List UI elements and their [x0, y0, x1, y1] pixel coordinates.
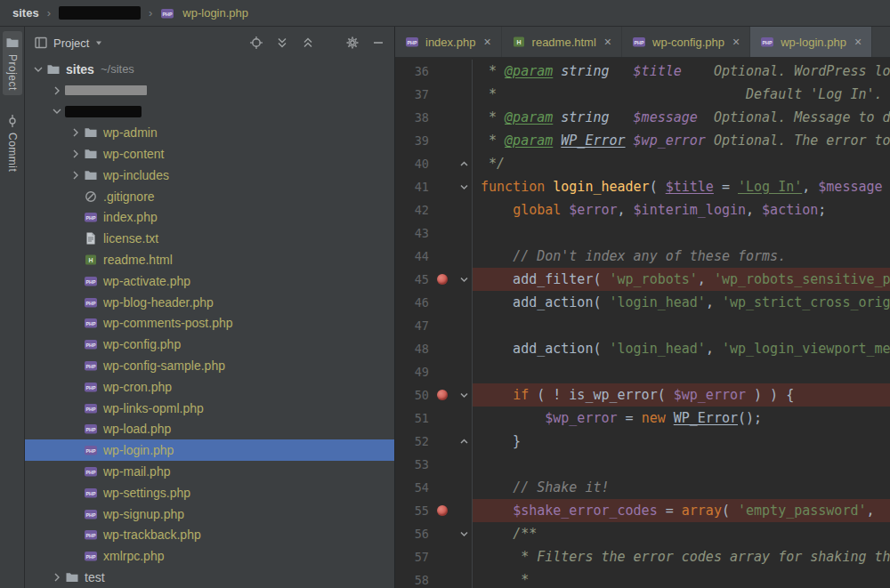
- tree-row-gitignore[interactable]: .gitignore: [25, 186, 394, 207]
- editor[interactable]: 36 * @param string $title Optional. Word…: [395, 58, 890, 588]
- editor-line[interactable]: 54 // Shake it!: [395, 476, 890, 499]
- tree-row-wp-links-opml-php[interactable]: PHPwp-links-opml.php: [25, 398, 394, 419]
- editor-tab-index-php[interactable]: PHPindex.php×: [395, 27, 502, 57]
- editor-line[interactable]: 53: [395, 453, 890, 476]
- tree-row-xmlrpc-php[interactable]: PHPxmlrpc.php: [25, 545, 394, 567]
- chevron-down-icon[interactable]: [30, 62, 46, 77]
- tree-row-redacted[interactable]: [25, 80, 394, 101]
- close-tab-icon[interactable]: ×: [604, 36, 611, 48]
- fold-slot: [456, 291, 473, 314]
- svg-text:PHP: PHP: [163, 11, 173, 16]
- editor-line[interactable]: 48 add_action( 'login_head', 'wp_login_v…: [395, 337, 890, 360]
- chevron-down-icon[interactable]: [49, 104, 65, 118]
- editor-line[interactable]: 43: [395, 222, 890, 245]
- breadcrumb-item-redacted[interactable]: [59, 6, 141, 20]
- svg-text:PHP: PHP: [85, 490, 95, 495]
- chevron-right-icon[interactable]: [49, 84, 65, 98]
- tree-row-wp-trackback-php[interactable]: PHPwp-trackback.php: [25, 525, 394, 546]
- tree-row-wp-admin[interactable]: wp-admin: [25, 122, 394, 143]
- changed-line-marker-icon[interactable]: [429, 390, 456, 400]
- tree-row-wp-blog-header-php[interactable]: PHPwp-blog-header.php: [25, 292, 394, 313]
- tree-row-wp-config-php[interactable]: PHPwp-config.php: [25, 334, 394, 355]
- tree-row-wp-comments-post-php[interactable]: PHPwp-comments-post.php: [25, 313, 394, 334]
- editor-line[interactable]: 41function login_header( $title = 'Log I…: [395, 175, 890, 198]
- tree-row-sites[interactable]: sites~/sites: [25, 59, 394, 80]
- chevron-right-icon[interactable]: [49, 570, 65, 584]
- collapse-all-icon[interactable]: [301, 36, 315, 50]
- editor-line[interactable]: 58 *: [395, 568, 890, 588]
- editor-line[interactable]: 46 add_action( 'login_head', 'wp_strict_…: [395, 291, 890, 314]
- close-tab-icon[interactable]: ×: [483, 36, 490, 48]
- tree-row-license-txt[interactable]: license.txt: [25, 228, 394, 249]
- commit-icon: [5, 114, 20, 128]
- changed-line-marker-icon[interactable]: [429, 505, 456, 516]
- editor-line[interactable]: 50 if ( ! is_wp_error( $wp_error ) ) {: [395, 383, 890, 407]
- editor-line[interactable]: 51 $wp_error = new WP_Error();: [395, 407, 890, 430]
- fold-up-icon[interactable]: [456, 152, 473, 175]
- editor-tab-wp-config-php[interactable]: PHPwp-config.php×: [622, 27, 750, 57]
- project-panel: Project sites~/siteswp-adminwp-contentwp…: [25, 27, 394, 588]
- editor-line[interactable]: 57 * Filters the error codes array for s…: [395, 545, 890, 568]
- editor-line[interactable]: 45 add_filter( 'wp_robots', 'wp_robots_s…: [395, 268, 890, 291]
- tree-row-wp-includes[interactable]: wp-includes: [25, 165, 394, 186]
- editor-line[interactable]: 56 /**: [395, 522, 890, 545]
- tree-row-readme-html[interactable]: Hreadme.html: [25, 249, 394, 270]
- tool-window-button-commit[interactable]: Commit: [3, 109, 22, 176]
- expand-all-icon[interactable]: [275, 36, 289, 50]
- fold-down-icon[interactable]: [456, 522, 473, 545]
- tree-row-wp-cron-php[interactable]: PHPwp-cron.php: [25, 376, 394, 398]
- project-panel-title[interactable]: Project: [53, 36, 89, 50]
- chevron-right-icon[interactable]: [68, 168, 84, 182]
- tree-row-wp-mail-php[interactable]: PHPwp-mail.php: [25, 461, 394, 482]
- code-text: // Don't index any of these forms.: [473, 245, 890, 268]
- tree-row-wp-login-php[interactable]: PHPwp-login.php: [25, 439, 394, 461]
- locate-file-icon[interactable]: [249, 36, 263, 50]
- svg-text:PHP: PHP: [85, 384, 95, 390]
- breadcrumb-item-file[interactable]: wp-login.php: [182, 6, 248, 20]
- svg-text:PHP: PHP: [85, 300, 95, 305]
- gear-icon[interactable]: [345, 36, 360, 50]
- editor-line[interactable]: 36 * @param string $title Optional. Word…: [395, 60, 890, 83]
- fold-up-icon[interactable]: [456, 430, 473, 453]
- fold-down-icon[interactable]: [456, 175, 473, 198]
- tree-row-wp-settings-php[interactable]: PHPwp-settings.php: [25, 482, 394, 503]
- tree-row-index-php[interactable]: PHPindex.php: [25, 207, 394, 229]
- tree-row-test[interactable]: test: [25, 567, 394, 588]
- editor-tab-wp-login-php[interactable]: PHPwp-login.php×: [750, 27, 872, 57]
- editor-line[interactable]: 44 // Don't index any of these forms.: [395, 245, 890, 268]
- chevron-right-icon[interactable]: [68, 147, 84, 161]
- editor-line[interactable]: 49: [395, 360, 890, 383]
- editor-line[interactable]: 47: [395, 314, 890, 337]
- editor-line[interactable]: 38 * @param string $message Optional. Me…: [395, 106, 890, 129]
- breadcrumb-item-sites[interactable]: sites: [12, 6, 39, 20]
- line-number: 57: [395, 550, 429, 564]
- tree-row-wp-load-php[interactable]: PHPwp-load.php: [25, 419, 394, 440]
- tree-row-redacted[interactable]: [25, 101, 394, 123]
- tree-item-label: wp-config.php: [103, 337, 181, 351]
- editor-line[interactable]: 52 }: [395, 430, 890, 453]
- changed-line-marker-icon[interactable]: [429, 274, 456, 285]
- tree-row-wp-signup-php[interactable]: PHPwp-signup.php: [25, 503, 394, 525]
- chevron-right-icon[interactable]: [68, 125, 84, 140]
- code-text: add_filter( 'wp_robots', 'wp_robots_sens…: [473, 268, 890, 291]
- tree-item-label: .gitignore: [103, 189, 155, 204]
- fold-down-icon[interactable]: [456, 268, 473, 291]
- editor-line[interactable]: 55 $shake_error_codes = array( 'empty_pa…: [395, 499, 890, 522]
- tree-row-wp-content[interactable]: wp-content: [25, 143, 394, 165]
- tree-row-wp-activate-php[interactable]: PHPwp-activate.php: [25, 270, 394, 292]
- tool-window-button-project[interactable]: Project: [3, 31, 22, 95]
- close-tab-icon[interactable]: ×: [732, 36, 740, 48]
- hide-panel-icon[interactable]: [371, 36, 385, 50]
- tree-item-label: wp-admin: [103, 125, 158, 140]
- editor-line[interactable]: 40 */: [395, 152, 890, 175]
- tree-row-wp-config-sample-php[interactable]: PHPwp-config-sample.php: [25, 355, 394, 376]
- editor-line[interactable]: 42 global $error, $interim_login, $actio…: [395, 198, 890, 222]
- fold-down-icon[interactable]: [456, 383, 473, 407]
- fold-slot: [456, 499, 473, 522]
- editor-tab-readme-html[interactable]: Hreadme.html×: [502, 27, 622, 57]
- editor-line[interactable]: 37 * Default 'Log In'.: [395, 83, 890, 106]
- fold-slot: [456, 245, 473, 268]
- editor-line[interactable]: 39 * @param WP_Error $wp_error Optional.…: [395, 129, 890, 152]
- close-tab-icon[interactable]: ×: [854, 36, 862, 48]
- chevron-down-icon[interactable]: [94, 36, 103, 50]
